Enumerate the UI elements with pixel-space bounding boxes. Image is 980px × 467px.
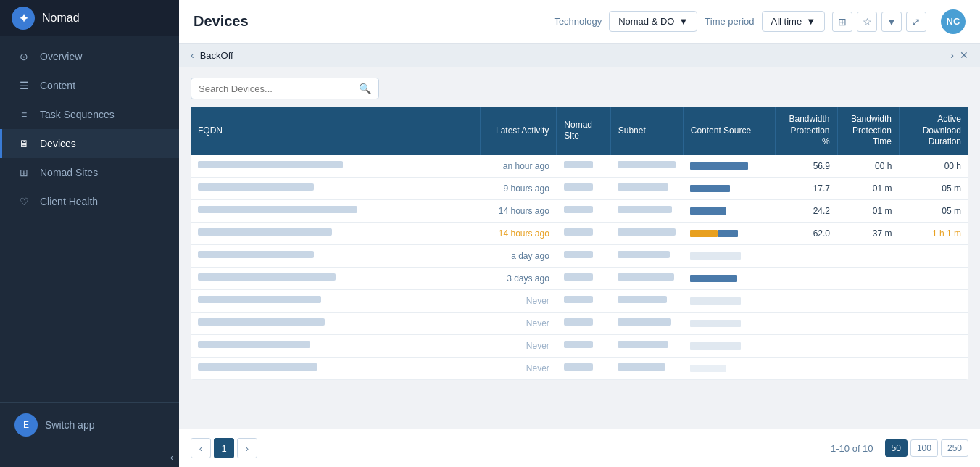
- table-row[interactable]: ████████████████████Never███████████████: [191, 289, 968, 312]
- col-nomad-site[interactable]: Nomad Site: [557, 107, 610, 155]
- cell-fqdn: ████████████████████: [191, 155, 481, 178]
- page-1-button[interactable]: 1: [214, 438, 234, 458]
- cell-bandwidth-time: [837, 289, 899, 312]
- time-period-dropdown[interactable]: All time ▼: [762, 11, 826, 32]
- breadcrumb-bar: ‹ BackOff › ✕: [179, 44, 980, 67]
- content-source-bar: [690, 297, 768, 305]
- page-size-50[interactable]: 50: [885, 439, 908, 457]
- table-header-row: FQDN Latest Activity Nomad Site Subnet C…: [191, 107, 968, 155]
- search-icon[interactable]: 🔍: [359, 83, 371, 94]
- more-dropdown-button[interactable]: ▼: [881, 12, 902, 32]
- cell-bandwidth-time: [837, 357, 899, 379]
- col-bandwidth-pct[interactable]: Bandwidth Protection %: [776, 107, 837, 155]
- time-period-label: Time period: [705, 16, 754, 27]
- table-row[interactable]: ████████████████████9 hours ago█████████…: [191, 177, 968, 199]
- cell-nomad-site: █████: [557, 289, 610, 312]
- next-page-button[interactable]: ›: [237, 438, 257, 458]
- cell-active-duration: [899, 357, 968, 379]
- cell-active-duration: [899, 312, 968, 334]
- table-row[interactable]: ████████████████████an hour ago█████████…: [191, 155, 968, 178]
- cell-latest-activity: 9 hours ago: [481, 177, 557, 199]
- cell-bandwidth-pct: [776, 334, 837, 357]
- table-row[interactable]: ████████████████████14 hours ago████████…: [191, 222, 968, 244]
- content-source-bar: [690, 184, 768, 193]
- table-row[interactable]: ████████████████████Never███████████████: [191, 312, 968, 334]
- cell-content-source: [683, 155, 775, 178]
- prev-page-button[interactable]: ‹: [191, 438, 211, 458]
- table-row[interactable]: ████████████████████Never███████████████: [191, 334, 968, 357]
- cell-fqdn: ████████████████████: [191, 312, 481, 334]
- cell-active-duration: 00 h: [899, 155, 968, 178]
- search-box: 🔍: [191, 78, 379, 99]
- cell-active-duration: [899, 334, 968, 357]
- sidebar-item-nomad-sites[interactable]: ⊞ Nomad Sites: [0, 158, 179, 187]
- user-avatar[interactable]: NC: [941, 9, 966, 34]
- sidebar-item-client-health[interactable]: ♡ Client Health: [0, 187, 179, 216]
- cell-latest-activity: 14 hours ago: [481, 222, 557, 244]
- sidebar-item-devices[interactable]: 🖥 Devices: [0, 129, 179, 158]
- sidebar-item-overview[interactable]: ⊙ Overview: [0, 42, 179, 71]
- expand-button[interactable]: ⤢: [906, 12, 926, 32]
- breadcrumb-back-arrow[interactable]: ‹: [191, 49, 194, 61]
- cell-subnet: ██████████: [610, 289, 683, 312]
- col-content-source[interactable]: Content Source: [683, 107, 775, 155]
- header-controls: Technology Nomad & DO ▼ Time period All …: [554, 9, 966, 34]
- cell-latest-activity: Never: [481, 312, 557, 334]
- cell-latest-activity: a day ago: [481, 244, 557, 267]
- switch-app-label: Switch app: [45, 419, 94, 431]
- page-header: Devices Technology Nomad & DO ▼ Time per…: [179, 0, 980, 44]
- technology-dropdown[interactable]: Nomad & DO ▼: [609, 11, 697, 32]
- content-source-bar: [690, 319, 768, 328]
- cell-nomad-site: █████: [557, 222, 610, 244]
- collapse-icon: ‹: [170, 452, 173, 463]
- task-sequences-icon: ≡: [17, 109, 31, 120]
- col-latest-activity[interactable]: Latest Activity: [481, 107, 557, 155]
- cell-subnet: ██████████: [610, 357, 683, 379]
- page-size-100[interactable]: 100: [910, 439, 938, 457]
- breadcrumb-forward-arrow[interactable]: ›: [950, 49, 954, 61]
- sidebar-collapse-button[interactable]: ‹: [0, 447, 179, 467]
- switch-app-icon: E: [14, 413, 38, 437]
- cell-bandwidth-time: [837, 334, 899, 357]
- sidebar-item-task-sequences[interactable]: ≡ Task Sequences: [0, 100, 179, 129]
- search-input[interactable]: [199, 83, 359, 94]
- sidebar-item-content[interactable]: ☰ Content: [0, 71, 179, 100]
- star-button[interactable]: ☆: [857, 12, 877, 32]
- cell-active-duration: [899, 289, 968, 312]
- content-source-bar: [690, 274, 768, 283]
- table-row[interactable]: ████████████████████Never███████████████: [191, 357, 968, 379]
- cell-fqdn: ████████████████████: [191, 267, 481, 289]
- page-title: Devices: [194, 13, 249, 30]
- grid-view-button[interactable]: ⊞: [832, 12, 852, 32]
- table-row[interactable]: ████████████████████3 days ago██████████…: [191, 267, 968, 289]
- col-bandwidth-time[interactable]: Bandwidth Protection Time: [837, 107, 899, 155]
- app-name: Nomad: [42, 12, 80, 25]
- cell-bandwidth-pct: 24.2: [776, 199, 837, 222]
- col-subnet[interactable]: Subnet: [610, 107, 683, 155]
- devices-table-container: FQDN Latest Activity Nomad Site Subnet C…: [179, 107, 980, 429]
- devices-table: FQDN Latest Activity Nomad Site Subnet C…: [191, 107, 968, 380]
- cell-bandwidth-pct: [776, 244, 837, 267]
- cell-subnet: ██████████: [610, 177, 683, 199]
- table-row[interactable]: ████████████████████14 hours ago████████…: [191, 199, 968, 222]
- cell-bandwidth-time: 01 m: [837, 199, 899, 222]
- cell-bandwidth-time: [837, 244, 899, 267]
- cell-bandwidth-time: [837, 267, 899, 289]
- page-range: 1-10 of 10: [831, 443, 873, 454]
- cell-latest-activity: 14 hours ago: [481, 199, 557, 222]
- col-fqdn[interactable]: FQDN: [191, 107, 481, 155]
- content-source-bar: [690, 207, 768, 215]
- cell-fqdn: ████████████████████: [191, 289, 481, 312]
- page-size-250[interactable]: 250: [941, 439, 968, 457]
- cell-fqdn: ████████████████████: [191, 357, 481, 379]
- cell-nomad-site: █████: [557, 357, 610, 379]
- main-content: Devices Technology Nomad & DO ▼ Time per…: [179, 0, 980, 467]
- cell-bandwidth-pct: [776, 289, 837, 312]
- cell-bandwidth-pct: 56.9: [776, 155, 837, 178]
- cell-fqdn: ████████████████████: [191, 199, 481, 222]
- cell-bandwidth-pct: 17.7: [776, 177, 837, 199]
- table-row[interactable]: ████████████████████a day ago███████████…: [191, 244, 968, 267]
- breadcrumb-close-button[interactable]: ✕: [960, 49, 968, 61]
- col-active-duration[interactable]: Active Download Duration: [899, 107, 968, 155]
- switch-app-button[interactable]: E Switch app: [0, 402, 179, 447]
